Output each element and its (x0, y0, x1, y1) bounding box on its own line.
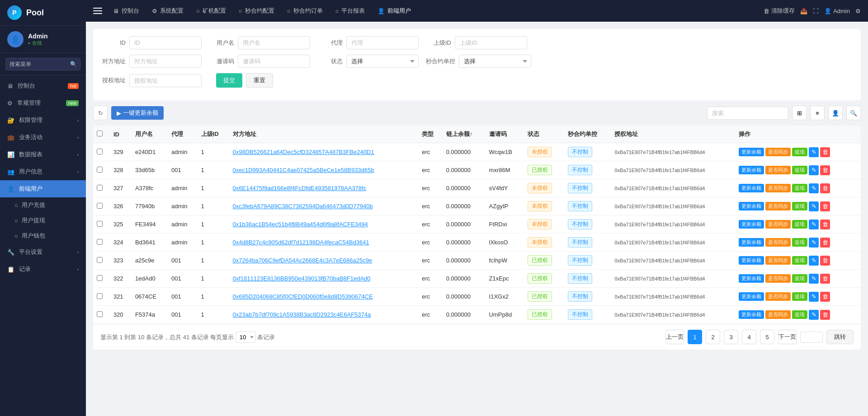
row-checkbox[interactable] (97, 275, 103, 281)
update-balance-btn[interactable]: 更新余额 (739, 148, 764, 156)
edit-btn[interactable]: ✎ (809, 165, 819, 175)
next-page-btn[interactable]: 下一页 (778, 330, 797, 344)
sync-btn[interactable]: 是否同步 (765, 256, 791, 265)
fullscreen-btn[interactable]: ⛶ (813, 8, 819, 14)
sidebar-search-input[interactable] (5, 58, 80, 70)
sync-btn[interactable]: 是否同步 (765, 274, 791, 283)
delete-btn[interactable]: 🗑 (820, 165, 830, 175)
delete-btn[interactable]: 🗑 (820, 310, 830, 320)
delete-btn[interactable]: 🗑 (820, 201, 830, 211)
delete-btn[interactable]: 🗑 (820, 183, 830, 193)
row-checkbox[interactable] (97, 203, 103, 209)
filter-input-counterparty[interactable] (129, 55, 202, 68)
list-view-btn[interactable]: ≡ (810, 106, 825, 120)
topnav-item-sysconfig[interactable]: ⚙ 系统配置 (146, 4, 189, 18)
cell-flash-control[interactable]: 不控制 (564, 288, 611, 306)
page-btn-3[interactable]: 3 (724, 330, 738, 344)
sidebar-item-recharge[interactable]: ○ 用户充值 (0, 197, 86, 213)
withdraw-btn[interactable]: 提现 (792, 274, 807, 283)
withdraw-btn[interactable]: 提现 (792, 166, 807, 174)
sidebar-item-business[interactable]: 💼 业务活动 › (0, 129, 86, 146)
update-balance-btn[interactable]: 更新余额 (739, 184, 764, 192)
update-balance-btn[interactable]: 更新余额 (739, 256, 764, 265)
table-search-input[interactable] (707, 107, 788, 120)
column-settings-btn[interactable]: 👤 (828, 106, 843, 120)
update-balance-btn[interactable]: 更新余额 (739, 220, 764, 229)
update-balance-btn[interactable]: 更新余额 (739, 274, 764, 283)
topnav-item-flashorder[interactable]: ○ 秒合约订单 (282, 4, 328, 18)
filter-input-parent-id[interactable] (455, 36, 527, 49)
delete-btn[interactable]: 🗑 (820, 292, 830, 302)
page-jump-btn[interactable]: 跳转 (826, 330, 854, 344)
update-balance-btn[interactable]: 更新余额 (739, 310, 764, 319)
cell-counterparty[interactable]: 0x98DB526621a64Dec5cfD324857A487B3FBe240… (229, 143, 419, 161)
refresh-button[interactable]: ↻ (93, 106, 108, 120)
withdraw-btn[interactable]: 提现 (792, 184, 807, 192)
reset-button[interactable]: 重置 (246, 73, 273, 88)
cell-counterparty[interactable]: 0x4d8B27c4c905d62df7d12198DA4fecaC54Bd36… (229, 234, 419, 252)
grid-view-btn[interactable]: ⊞ (792, 106, 807, 120)
page-btn-5[interactable]: 5 (760, 330, 774, 344)
sidebar-item-wallet[interactable]: ○ 用户钱包 (0, 228, 86, 243)
table-search-btn[interactable]: 🔍 (846, 106, 861, 120)
update-all-button[interactable]: ▶ 一键更新余额 (111, 106, 164, 120)
sidebar-item-data[interactable]: 📊 数据报表 › (0, 146, 86, 163)
delete-btn[interactable]: 🗑 (820, 147, 830, 157)
cell-flash-control[interactable]: 不控制 (564, 215, 611, 234)
cell-counterparty[interactable]: 0x685D204068C85f0CfED0D060f0e8d8D5390674… (229, 288, 419, 306)
topnav-item-frontuser[interactable]: 👤 前端用户 (372, 4, 416, 18)
sync-btn[interactable]: 是否同步 (765, 148, 791, 156)
menu-toggle[interactable] (93, 6, 102, 15)
delete-btn[interactable]: 🗑 (820, 256, 830, 266)
withdraw-btn[interactable]: 提现 (792, 148, 807, 156)
update-balance-btn[interactable]: 更新余额 (739, 238, 764, 247)
filter-input-auth-address[interactable] (129, 74, 202, 87)
sidebar-item-userinfo[interactable]: 👥 用户信息 › (0, 163, 86, 180)
topnav-item-minerconfig[interactable]: ○ 矿机配置 (191, 4, 231, 18)
cell-counterparty[interactable]: 0x23ab7b7df709c1A5938B3ac8D2923c4E6AF537… (229, 306, 419, 324)
sync-btn[interactable]: 是否同步 (765, 238, 791, 247)
withdraw-btn[interactable]: 提现 (792, 292, 807, 301)
edit-btn[interactable]: ✎ (809, 274, 819, 284)
per-page-select[interactable]: 10 20 50 (236, 332, 256, 343)
sync-btn[interactable]: 是否同步 (765, 220, 791, 229)
cell-counterparty[interactable]: 0xf1811123E8136BB950e439013fB70baB8F1edA… (229, 270, 419, 288)
cell-counterparty[interactable]: 0x6E14475f9ad166e8f4FcDfdE493581978AA378… (229, 179, 419, 197)
edit-btn[interactable]: ✎ (809, 292, 819, 302)
update-balance-btn[interactable]: 更新余额 (739, 202, 764, 210)
edit-btn[interactable]: ✎ (809, 238, 819, 248)
update-balance-btn[interactable]: 更新余额 (739, 292, 764, 301)
sidebar-item-withdraw[interactable]: ○ 用户提现 (0, 213, 86, 228)
row-checkbox[interactable] (97, 257, 103, 263)
cell-flash-control[interactable]: 不控制 (564, 306, 611, 324)
sync-btn[interactable]: 是否同步 (765, 292, 791, 301)
withdraw-btn[interactable]: 提现 (792, 310, 807, 319)
sync-btn[interactable]: 是否同步 (765, 310, 791, 319)
cell-flash-control[interactable]: 不控制 (564, 197, 611, 215)
withdraw-btn[interactable]: 提现 (792, 256, 807, 265)
sidebar-item-dashboard[interactable]: 🖥 控制台 hot (0, 77, 86, 94)
withdraw-btn[interactable]: 提现 (792, 202, 807, 210)
prev-page-btn[interactable]: 上一页 (665, 330, 684, 344)
withdraw-btn[interactable]: 提现 (792, 220, 807, 229)
cell-flash-control[interactable]: 不控制 (564, 234, 611, 252)
filter-select-flash[interactable]: 选择 控制 不控制 (459, 55, 531, 68)
sidebar-item-platform[interactable]: 🔧 平台设置 › (0, 243, 86, 261)
sync-btn[interactable]: 是否同步 (765, 202, 791, 210)
topnav-item-report[interactable]: ○ 平台报表 (330, 4, 371, 18)
topnav-item-flashconfig[interactable]: ○ 秒合约配置 (233, 4, 280, 18)
withdraw-btn[interactable]: 提现 (792, 238, 807, 247)
row-checkbox[interactable] (97, 239, 103, 245)
edit-btn[interactable]: ✎ (809, 201, 819, 211)
filter-input-agent[interactable] (346, 36, 419, 49)
cell-counterparty[interactable]: 0xec1D993A40441C4ae07425a5BeCe1e58B933d6… (229, 161, 419, 179)
topnav-item-dashboard[interactable]: 🖥 控制台 (108, 4, 145, 18)
edit-btn[interactable]: ✎ (809, 183, 819, 193)
row-checkbox[interactable] (97, 221, 103, 227)
edit-btn[interactable]: ✎ (809, 256, 819, 266)
cell-counterparty[interactable]: 0x7264ba706C9efDA54Ac2668E4c3A7eE686a25c… (229, 252, 419, 270)
row-checkbox[interactable] (97, 311, 103, 317)
sidebar-item-general[interactable]: ⚙ 常规管理 new (0, 94, 86, 112)
delete-btn[interactable]: 🗑 (820, 220, 830, 229)
cell-flash-control[interactable]: 不控制 (564, 270, 611, 288)
